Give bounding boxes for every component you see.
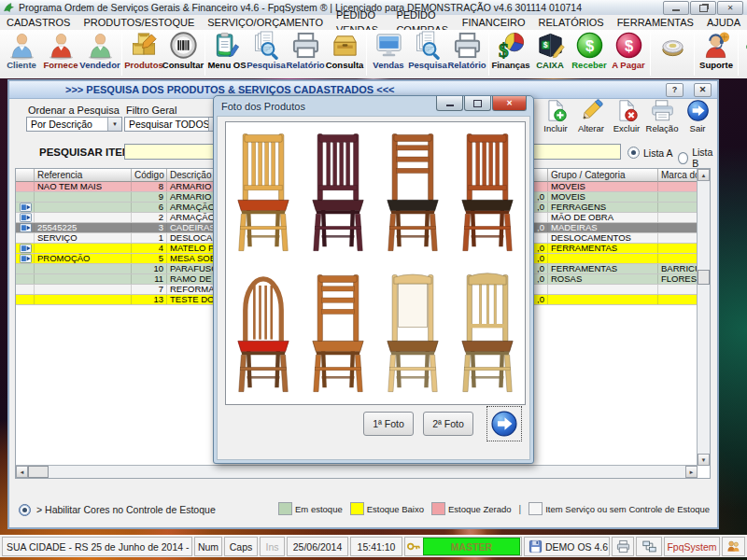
lista-a-radio[interactable]: Lista A: [627, 147, 673, 159]
chair-photo: [455, 126, 520, 259]
search-window-title: >>> PESQUISA DOS PRODUTOS & SERVIÇOS CAD…: [65, 84, 395, 95]
toolbar-button-consulta[interactable]: Consulta: [325, 30, 364, 78]
menu-item-produtos-estoque[interactable]: PRODUTOS/ESTOQUE: [77, 15, 201, 30]
scroll-up-icon[interactable]: ▲: [698, 169, 710, 181]
incluir-button[interactable]: Incluir: [538, 99, 573, 133]
scroll-left-icon[interactable]: ◄: [16, 466, 28, 478]
photo-dialog-title: Foto dos Produtos: [221, 101, 305, 112]
alterar-button[interactable]: Alterar: [573, 99, 609, 133]
vertical-scrollbar[interactable]: ▲ ▼: [697, 169, 710, 466]
lista-b-radio[interactable]: Lista B: [678, 147, 717, 169]
row-grupo: FERRAMENTAS: [548, 264, 658, 273]
restore-button[interactable]: [690, 1, 716, 15]
row-codigo: 1: [132, 233, 167, 243]
dialog-maximize-button[interactable]: [464, 96, 491, 111]
toolbar-button-label: Relatório: [447, 60, 486, 70]
menu-item-financeiro[interactable]: FINANCEIRO: [456, 15, 532, 30]
toolbar-button-relat-rio[interactable]: Relatório: [286, 30, 325, 78]
toolbar-button-vendedor[interactable]: Vendedor: [80, 30, 120, 78]
column-header-2[interactable]: Código: [132, 169, 167, 182]
chair-photo: [305, 267, 371, 400]
horizontal-scroll-thumb[interactable]: [28, 466, 49, 478]
dialog-next-button[interactable]: [486, 406, 522, 441]
photo-icon: [20, 203, 32, 212]
toolbar-button-label: Produtos: [124, 60, 163, 70]
toolbar-button-label: Receber: [571, 60, 607, 70]
toolbar-button-consultar[interactable]: Consultar: [163, 30, 203, 78]
person-red-icon: [47, 31, 76, 60]
menu-item-cadastros[interactable]: CADASTROS: [0, 15, 77, 30]
lista-b-label: Lista B: [692, 147, 717, 169]
svg-text:$: $: [585, 37, 593, 54]
row-referencia: [35, 274, 132, 284]
chair-photo: [305, 126, 371, 259]
person-blue-icon: [7, 31, 36, 60]
row-marca: [658, 182, 699, 191]
row-marca: BARRICUDA: [658, 264, 699, 273]
action-buttons: IncluirAlterarExcluirRelaçãoSair: [538, 99, 715, 133]
photo1-button[interactable]: 1ª Foto: [363, 412, 414, 436]
scroll-right-icon[interactable]: ►: [685, 466, 698, 478]
toolbar-button-receber[interactable]: $Receber: [570, 30, 609, 78]
toolbar-button-pesquisa[interactable]: Pesquisa: [247, 30, 286, 78]
toolbar-button-label: Pesquisa: [247, 60, 286, 70]
horizontal-scrollbar[interactable]: ◄ ►: [16, 465, 698, 478]
photo-icon: [20, 223, 32, 232]
row-referencia: NAO TEM MAIS: [35, 182, 132, 191]
menu-item-ajuda[interactable]: AJUDA: [700, 15, 747, 30]
toolbar-button-produtos[interactable]: Produtos: [124, 30, 163, 78]
toolbar-button-coin[interactable]: [653, 30, 692, 78]
column-header-6[interactable]: Marca do Produto: [658, 169, 699, 182]
excluir-button[interactable]: Excluir: [609, 99, 644, 133]
menu-item-servi-o-or-amento[interactable]: SERVIÇO/ORÇAMENTO: [201, 15, 330, 30]
menu-item-ferramentas[interactable]: FERRAMENTAS: [611, 15, 700, 30]
monitor-icon: [374, 31, 403, 60]
close-window-button[interactable]: ✕: [694, 83, 712, 97]
toolbar-button-relat-rio[interactable]: Relatório: [447, 30, 486, 78]
toolbar-button-caixa[interactable]: $CAIXA: [530, 30, 570, 78]
toolbar-button-vendas[interactable]: Vendas: [369, 30, 408, 78]
toolbar-button-fornece[interactable]: Fornece: [41, 30, 80, 78]
toolbar-separator: [738, 33, 739, 76]
menu-item-relat-rios[interactable]: RELATÓRIOS: [532, 15, 611, 30]
row-grupo: [548, 254, 658, 263]
toolbar-button-suporte[interactable]: Suporte: [697, 30, 736, 78]
toolbar-button-a-pagar[interactable]: $A Pagar: [609, 30, 648, 78]
drawer-icon: [331, 31, 359, 60]
status-network[interactable]: [636, 537, 662, 556]
action-button-label: Incluir: [543, 123, 567, 133]
toolbar-button-menu-os[interactable]: Menu OS: [207, 30, 247, 78]
row-codigo: 3: [132, 223, 167, 232]
filter-select[interactable]: Pesquisar TODOS ▼: [124, 117, 223, 132]
row-photo-cell: [16, 274, 35, 284]
scroll-down-icon[interactable]: ▼: [698, 454, 710, 466]
column-header-0[interactable]: [16, 169, 35, 182]
photo-dialog-titlebar[interactable]: Foto dos Produtos ✕: [214, 96, 533, 116]
status-num: Num: [194, 537, 222, 556]
key-icon: [406, 539, 420, 553]
dialog-minimize-button[interactable]: [436, 96, 463, 111]
legend-swatch: [278, 502, 292, 515]
enable-colors-toggle[interactable]: > Habilitar Cores no Controle de Estoque: [19, 504, 216, 516]
close-button[interactable]: ✕: [717, 1, 743, 15]
status-printer[interactable]: [612, 537, 634, 556]
toolbar-button-cliente[interactable]: Cliente: [2, 30, 41, 78]
column-header-5[interactable]: Grupo / Categoria: [548, 169, 658, 182]
users-icon: [726, 539, 740, 553]
row-grupo: MADEIRAS: [548, 223, 658, 232]
row-codigo: 8: [132, 182, 167, 191]
help-button[interactable]: ?: [666, 83, 684, 97]
toolbar-button-finan-as[interactable]: $Finanças: [491, 30, 530, 78]
order-select[interactable]: Por Descrição ▼: [26, 117, 122, 132]
toolbar-button-pesquisa[interactable]: Pesquisa: [408, 30, 447, 78]
sair-button[interactable]: Sair: [680, 99, 715, 133]
minimize-button[interactable]: [663, 1, 689, 15]
toolbar-button-label: Cliente: [7, 60, 36, 70]
rela-o-button[interactable]: Relação: [644, 99, 680, 133]
row-grupo: ROSAS: [548, 274, 658, 284]
photo2-button[interactable]: 2ª Foto: [423, 412, 473, 436]
dialog-close-button[interactable]: ✕: [492, 96, 527, 111]
column-header-1[interactable]: Referencia: [35, 169, 132, 182]
toolbar-button-exit-door[interactable]: EXIT: [740, 30, 747, 78]
vertical-scroll-thumb[interactable]: [698, 270, 710, 285]
